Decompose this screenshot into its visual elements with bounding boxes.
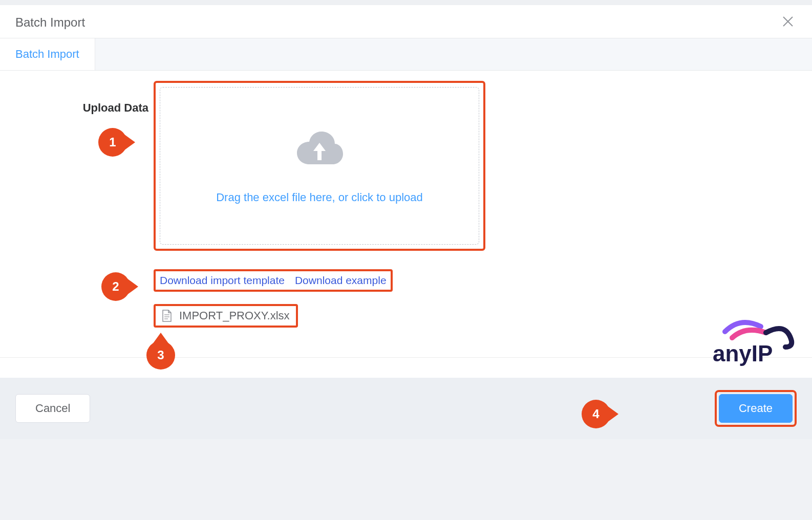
upload-section: Drag the excel file here, or click to up…: [154, 81, 485, 328]
close-icon[interactable]: [779, 14, 797, 31]
upload-label: Upload Data: [15, 81, 148, 115]
dropzone-highlight: Drag the excel file here, or click to up…: [154, 81, 485, 251]
download-links-highlight: Download import template Download exampl…: [154, 269, 393, 292]
dropzone-text: Drag the excel file here, or click to up…: [216, 191, 423, 204]
uploaded-file-highlight: IMPORT_PROXY.xlsx: [154, 304, 298, 328]
dialog-title: Batch Import: [15, 15, 85, 30]
separator: [0, 357, 812, 378]
document-icon: [162, 310, 172, 322]
svg-text:anyIP: anyIP: [713, 341, 773, 366]
callout-4: 4: [582, 400, 610, 428]
uploaded-file-name[interactable]: IMPORT_PROXY.xlsx: [179, 309, 290, 322]
callout-2: 2: [101, 272, 130, 301]
create-button[interactable]: Create: [719, 394, 793, 423]
cloud-upload-icon: [294, 127, 345, 166]
tab-filler: [95, 38, 812, 70]
cancel-button[interactable]: Cancel: [15, 394, 90, 423]
callout-3: 3: [146, 341, 175, 370]
tabs: Batch Import: [0, 38, 812, 71]
anyip-logo: anyIP: [710, 311, 800, 367]
dialog-header: Batch Import: [0, 5, 812, 38]
download-example-link[interactable]: Download example: [295, 274, 387, 287]
file-dropzone[interactable]: Drag the excel file here, or click to up…: [160, 87, 479, 245]
download-template-link[interactable]: Download import template: [160, 274, 285, 287]
tab-batch-import[interactable]: Batch Import: [0, 38, 95, 70]
content-area: Upload Data Drag the excel file here, or…: [0, 71, 812, 357]
top-spacer: [0, 0, 812, 5]
dialog-footer: Cancel Create: [0, 378, 812, 439]
callout-1: 1: [98, 128, 127, 157]
batch-import-dialog: Batch Import Batch Import Upload Data Dr…: [0, 5, 812, 357]
create-button-highlight: Create: [715, 390, 797, 427]
